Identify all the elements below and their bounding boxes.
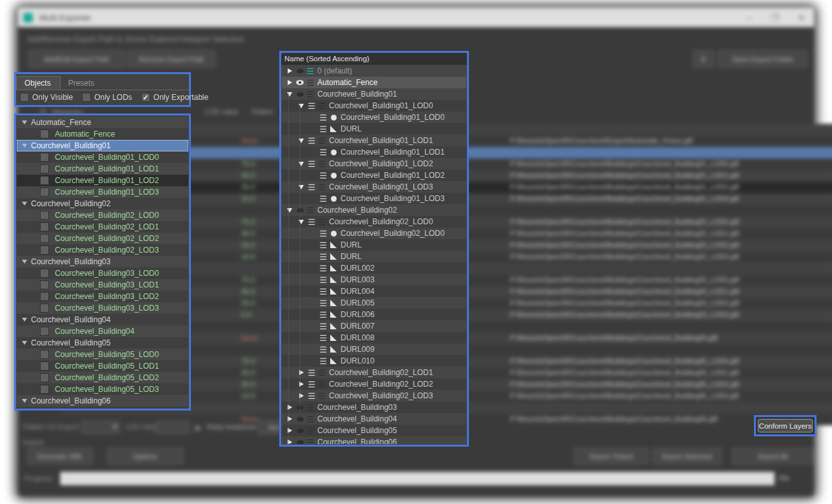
tree-object-row[interactable]: Courchevel_Building05_LOD0 bbox=[17, 349, 188, 360]
layer-row[interactable]: Courchevel_Building06 bbox=[282, 436, 466, 444]
eye-dim-icon[interactable] bbox=[295, 414, 305, 424]
layer-row[interactable]: DURL bbox=[282, 123, 466, 135]
setsquare-icon[interactable] bbox=[328, 240, 339, 250]
tree-object-row[interactable]: Courchevel_Building03_LOD3 bbox=[17, 302, 188, 314]
layer-row[interactable]: Courchevel_Building01_LOD2 bbox=[282, 170, 466, 181]
layers-icon[interactable] bbox=[306, 367, 317, 378]
circle-icon[interactable] bbox=[328, 170, 339, 180]
close-button[interactable]: ✕ bbox=[798, 13, 805, 23]
export-all-button[interactable]: Export All bbox=[732, 448, 814, 464]
layer-row[interactable]: Courchevel_Building02 bbox=[282, 204, 466, 216]
layers-dim-icon[interactable] bbox=[317, 182, 327, 192]
layers-icon[interactable] bbox=[318, 193, 328, 204]
arrow-down-icon[interactable] bbox=[296, 217, 306, 227]
layers-icon[interactable] bbox=[318, 263, 328, 273]
tree-group-row[interactable]: Courchevel_Building03 bbox=[17, 256, 188, 267]
tree-object-row[interactable]: Automatic_Fence bbox=[17, 128, 188, 140]
collapse-icon[interactable] bbox=[22, 121, 27, 124]
tree-object-row[interactable]: Courchevel_Building05_LOD2 bbox=[17, 372, 188, 383]
export-checkbox[interactable] bbox=[40, 153, 49, 162]
remove-export-path-button[interactable]: Remove Export Path bbox=[128, 50, 215, 68]
export-ticked-button[interactable]: Export Ticked bbox=[574, 448, 648, 464]
setsquare-icon[interactable] bbox=[328, 333, 339, 343]
layers-dim-icon[interactable] bbox=[305, 205, 315, 215]
tree-object-row[interactable]: Courchevel_Building03_LOD2 bbox=[17, 291, 188, 302]
export-checkbox[interactable] bbox=[40, 234, 49, 243]
arrow-down-icon[interactable] bbox=[296, 182, 306, 192]
layer-row[interactable]: Courchevel_Building02_LOD0 bbox=[282, 228, 466, 239]
tree-object-row[interactable]: Courchevel_Building05_LOD1 bbox=[17, 360, 188, 372]
arrow-right-icon[interactable] bbox=[284, 437, 295, 444]
export-checkbox[interactable] bbox=[40, 130, 49, 139]
layers-dim-icon[interactable] bbox=[317, 367, 327, 378]
layer-row[interactable]: Courchevel_Building01_LOD3 bbox=[282, 193, 466, 204]
layers-icon[interactable] bbox=[306, 101, 317, 111]
layers-dim-icon[interactable] bbox=[305, 89, 315, 99]
export-checkbox[interactable] bbox=[40, 211, 49, 220]
setsquare-icon[interactable] bbox=[328, 286, 339, 296]
layers-icon[interactable] bbox=[318, 333, 328, 343]
tree-group-row[interactable]: Courchevel_Building04 bbox=[17, 314, 188, 325]
eye-dim-icon[interactable] bbox=[295, 425, 305, 436]
tree-object-row[interactable]: Courchevel_Building04 bbox=[17, 325, 188, 337]
layer-row[interactable]: DURL007 bbox=[282, 320, 466, 332]
layers-icon[interactable] bbox=[306, 217, 317, 227]
layers-icon[interactable] bbox=[318, 124, 328, 134]
layer-row[interactable]: DURL003 bbox=[282, 274, 466, 286]
collapse-icon[interactable] bbox=[22, 318, 27, 322]
setsquare-icon[interactable] bbox=[328, 298, 339, 308]
setsquare-icon[interactable] bbox=[328, 321, 339, 331]
eye-dim-icon[interactable] bbox=[295, 437, 305, 444]
layers-dim-icon[interactable] bbox=[317, 391, 327, 401]
export-checkbox[interactable] bbox=[40, 292, 49, 301]
export-checkbox[interactable] bbox=[40, 222, 49, 231]
arrow-down-icon[interactable] bbox=[296, 135, 306, 146]
layers-dim-icon[interactable] bbox=[305, 437, 315, 444]
layers-icon[interactable] bbox=[318, 251, 328, 262]
eye-dim-icon[interactable] bbox=[295, 66, 305, 76]
export-checkbox[interactable] bbox=[40, 188, 49, 197]
refresh-button[interactable]: R bbox=[693, 50, 714, 68]
layers-icon[interactable] bbox=[318, 321, 328, 331]
arrow-down-icon[interactable] bbox=[296, 101, 306, 111]
collapse-icon[interactable] bbox=[22, 202, 27, 206]
arrow-right-icon[interactable] bbox=[284, 402, 295, 412]
arrow-right-icon[interactable] bbox=[284, 425, 295, 436]
layers-icon[interactable] bbox=[318, 275, 328, 285]
circle-icon[interactable] bbox=[328, 112, 339, 122]
minimize-button[interactable]: – bbox=[747, 13, 751, 23]
generate-xml-button[interactable]: Generate XML bbox=[27, 448, 93, 464]
export-checkbox[interactable] bbox=[40, 176, 49, 185]
eye-icon[interactable] bbox=[295, 77, 305, 88]
layers-teal-icon[interactable] bbox=[305, 66, 315, 76]
collapse-icon[interactable] bbox=[22, 399, 27, 403]
setsquare-icon[interactable] bbox=[328, 263, 339, 273]
layer-row[interactable]: Courchevel_Building01 bbox=[282, 88, 466, 100]
conform-layers-button[interactable]: Conform Layers bbox=[758, 419, 813, 432]
export-checkbox[interactable] bbox=[40, 373, 49, 382]
layer-row[interactable]: DURL bbox=[282, 251, 466, 262]
setsquare-icon[interactable] bbox=[328, 344, 339, 354]
layer-row[interactable]: Courchevel_Building02_LOD2 bbox=[282, 378, 466, 390]
export-checkbox[interactable] bbox=[40, 164, 49, 173]
layer-row[interactable]: Courchevel_Building01_LOD0 bbox=[282, 111, 466, 123]
layer-row[interactable]: Courchevel_Building02_LOD1 bbox=[282, 367, 466, 378]
layers-icon[interactable] bbox=[318, 112, 328, 122]
layers-icon[interactable] bbox=[318, 309, 328, 320]
arrow-right-icon[interactable] bbox=[284, 414, 295, 424]
tree-group-row[interactable]: Automatic_Fence bbox=[17, 117, 188, 128]
layers-dim-icon[interactable] bbox=[305, 425, 315, 436]
setsquare-icon[interactable] bbox=[328, 309, 339, 320]
layers-icon[interactable] bbox=[306, 135, 317, 146]
arrow-down-icon[interactable] bbox=[296, 159, 306, 169]
tree-group-row[interactable]: Courchevel_Building06 bbox=[17, 395, 188, 407]
tree-object-row[interactable]: Courchevel_Building03_LOD1 bbox=[17, 279, 188, 291]
checkbox-only-exportable[interactable]: ✓Only Exportable bbox=[141, 93, 208, 102]
export-selected-button[interactable]: Export Selected bbox=[652, 448, 722, 464]
collapse-icon[interactable] bbox=[22, 260, 27, 264]
layers-icon[interactable] bbox=[306, 159, 317, 169]
tree-object-row[interactable]: Courchevel_Building02_LOD2 bbox=[17, 233, 188, 244]
layers-icon[interactable] bbox=[306, 182, 317, 192]
export-checkbox[interactable] bbox=[40, 246, 49, 255]
layer-row[interactable]: DURL004 bbox=[282, 286, 466, 297]
